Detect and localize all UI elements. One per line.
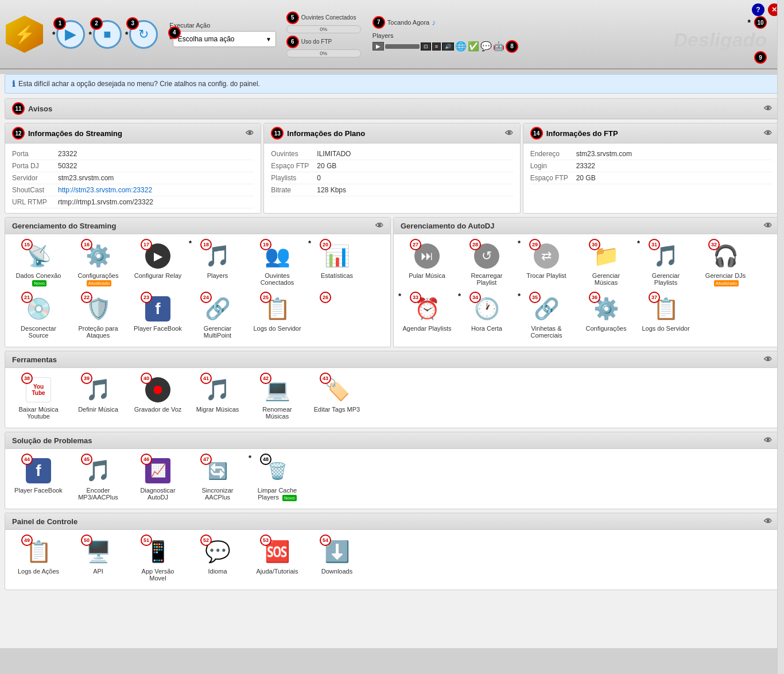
item-gerenciar-multipoint[interactable]: 24 🔗 Gerenciar MultiPoint <box>189 292 246 342</box>
item-trocar-playlist[interactable]: * 29 ⇄ Trocar Playlist <box>518 239 575 289</box>
ftp-info-eye[interactable]: 👁 <box>764 129 772 138</box>
item-definir-musica[interactable]: 39 🎵 Definir Música <box>69 373 127 423</box>
item-26-empty: 26 <box>308 292 366 342</box>
item-player-facebook-solucao[interactable]: 44 f Player FaceBook <box>10 454 67 504</box>
playlists-value: 0 <box>317 174 321 182</box>
painel-header: Painel de Controle 👁 <box>5 513 779 530</box>
url-rtmp-label: URL RTMP <box>12 198 58 206</box>
item-player-facebook-streaming[interactable]: 23 f Player FaceBook <box>129 292 187 342</box>
player-icon-android[interactable]: 🤖 <box>493 41 504 52</box>
item-logs-servidor-autodj[interactable]: 37 📋 Logs do Servidor <box>637 292 694 342</box>
player-ctrl-1[interactable]: ▶ <box>372 42 384 51</box>
item-sincronizar-aacplus[interactable]: 47 🔄 Sincronizar AACPlus <box>189 454 246 504</box>
stop-button[interactable]: 2 ■ <box>93 20 122 49</box>
solucao-grid: 44 f Player FaceBook 45 🎵 Encoder MP3/AA… <box>5 449 779 509</box>
item-dados-conexao[interactable]: 15 📡 Dados Conexão Novo <box>10 239 67 289</box>
solucao-eye[interactable]: 👁 <box>764 436 772 445</box>
streaming-info-title: Informações do Streaming <box>28 129 122 138</box>
item-migrar-musicas[interactable]: 41 🎵 Migrar Músicas <box>189 373 246 423</box>
ftp-info-col: 14 Informações do FTP 👁 Endereço stm23.s… <box>523 123 779 214</box>
plano-info-eye[interactable]: 👁 <box>505 129 513 138</box>
autodj-mgmt-eye[interactable]: 👁 <box>764 221 772 230</box>
shoutcast-value: http://stm23.srvstm.com:23322 <box>58 186 152 194</box>
play-button[interactable]: 1 ▶ <box>56 20 85 49</box>
help-icon[interactable]: ? <box>752 3 764 16</box>
badge-6: 6 <box>286 36 299 48</box>
item-estatisticas[interactable]: * 20 📊 Estatísticas <box>308 239 366 289</box>
player-ctrl-2[interactable]: ⊡ <box>421 42 431 51</box>
url-rtmp-value: rtmp://rtmp1.srvstm.com/23322 <box>58 198 153 206</box>
player-volume-bar <box>385 44 420 49</box>
item-gerenciar-djs[interactable]: 32 🎧 Gerenciar DJs Atualizado <box>697 239 754 289</box>
item-desconectar-source[interactable]: 21 💿 Desconectar Source <box>10 292 67 342</box>
streaming-info-eye[interactable]: 👁 <box>246 129 254 138</box>
scrollbar[interactable] <box>777 0 784 648</box>
item-ouvintes-conectados[interactable]: 19 👥 Ouvintes Conectados <box>249 239 306 289</box>
item-vinhetas-comerciais[interactable]: * 35 🔗 Vinhetas & Comerciais <box>518 292 575 342</box>
autodj-mgmt-title: Gerenciamento do AutoDJ <box>401 222 494 230</box>
item-downloads[interactable]: 54 ⬇️ Downloads <box>308 534 366 585</box>
star-34: * <box>458 292 461 300</box>
item-recarregar-playlist[interactable]: 28 ↺ Recarregar Playlist <box>458 239 515 289</box>
ferramentas-grid: 38 You Tube Baixar Música Youtube 39 🎵 D… <box>5 368 779 428</box>
item-editar-tags[interactable]: 43 🏷️ Editar Tags MP3 <box>308 373 366 423</box>
streaming-mgmt-title: Gerenciamento do Streaming <box>12 222 116 230</box>
item-encoder[interactable]: 45 🎵 Encoder MP3/AACPlus <box>69 454 127 504</box>
plano-info-title: Informações do Plano <box>287 129 365 138</box>
item-gerenciar-playlists[interactable]: * 31 🎵 Gerenciar Playlists <box>637 239 694 289</box>
item-logs-servidor-streaming[interactable]: 25 📋 Logs do Servidor <box>249 292 306 342</box>
player-icon-check[interactable]: ✅ <box>468 41 479 52</box>
badge-5: 5 <box>286 11 299 24</box>
avisos-section: 11 Avisos 👁 <box>5 98 779 119</box>
bitrate-label: Bitrate <box>271 186 317 194</box>
item-app-movel[interactable]: 51 📱 App Versão Movel <box>129 534 187 585</box>
info-row-servidor: Servidor stm23.srvstm.com <box>12 172 254 184</box>
player-ctrl-3[interactable]: ≡ <box>432 42 441 51</box>
badge-10: 10 <box>754 16 767 29</box>
item-hora-certa[interactable]: * 34 🕐 Hora Certa <box>458 292 515 342</box>
servidor-value: stm23.srvstm.com <box>58 174 114 182</box>
item-logs-acoes[interactable]: 49 📋 Logs de Ações <box>10 534 67 585</box>
espaco-ftp-value: 20 GB <box>317 162 336 170</box>
espaco-ftp-label-2: Espaço FTP <box>530 174 576 182</box>
action-select[interactable]: Escolha uma ação <box>173 31 276 47</box>
item-limpar-cache[interactable]: * 48 🗑️ Limpar Cache Players Novo <box>249 454 306 504</box>
item-agendar-playlists[interactable]: * 33 ⏰ Agendar Playlists <box>398 292 456 342</box>
avisos-eye-icon[interactable]: 👁 <box>764 104 772 113</box>
ferramentas-eye[interactable]: 👁 <box>764 355 772 364</box>
refresh-button[interactable]: 3 ↻ <box>129 20 158 49</box>
streaming-mgmt-eye[interactable]: 👁 <box>375 221 383 230</box>
item-baixar-youtube[interactable]: 38 You Tube Baixar Música Youtube <box>10 373 67 423</box>
item-pular-musica[interactable]: 27 ⏭ Pular Música <box>398 239 456 289</box>
plano-info-body: Ouvintes ILIMITADO Espaço FTP 20 GB Play… <box>264 144 519 201</box>
player-icon-bubble[interactable]: 💬 <box>480 41 492 52</box>
item-configuracoes-streaming[interactable]: 16 ⚙️ Configurações Atualizado <box>69 239 127 289</box>
item-gravador-voz[interactable]: 40 ⏺ Gravador de Voz <box>129 373 187 423</box>
item-protecao-ataques[interactable]: 22 🛡️ Proteção para Ataques <box>69 292 127 342</box>
item-diagnosticar-autodj[interactable]: 46 📈 Diagnosticar AutoDJ <box>129 454 187 504</box>
item-gerenciar-musicas[interactable]: 30 📁 Gerenciar Músicas <box>577 239 635 289</box>
info-text: Esta difícil achar a opção desejada no m… <box>18 80 260 88</box>
player-ctrl-4[interactable]: 🔊 <box>442 42 454 51</box>
item-renomear-musicas[interactable]: 42 💻 Renomear Músicas <box>249 373 306 423</box>
player-icon-globe[interactable]: 🌐 <box>455 41 467 52</box>
autodj-mgmt-grid: 27 ⏭ Pular Música 28 ↺ Recarregar Playli… <box>394 234 779 347</box>
item-idioma[interactable]: 52 💬 Idioma <box>189 534 246 585</box>
badge-14: 14 <box>530 127 543 140</box>
item-configurar-relay[interactable]: 17 ▶ Configurar Relay <box>129 239 187 289</box>
badge-9: 9 <box>754 51 767 64</box>
ouvintes-label: Ouvintes Conectados <box>301 14 356 21</box>
item-ajuda-tutoriais[interactable]: 53 🆘 Ajuda/Tutoriais <box>249 534 306 585</box>
item-api[interactable]: 50 🖥️ API <box>69 534 127 585</box>
plano-info-col: 13 Informações do Plano 👁 Ouvintes ILIMI… <box>263 123 520 214</box>
autodj-mgmt-header: Gerenciamento do AutoDJ 👁 <box>394 218 779 234</box>
info-row-espaco-ftp-2: Espaço FTP 20 GB <box>530 172 772 184</box>
star-48: * <box>249 454 251 462</box>
badge-2: 2 <box>90 17 103 30</box>
item-players[interactable]: * 18 🎵 Players <box>189 239 246 289</box>
painel-eye[interactable]: 👁 <box>764 517 772 526</box>
action-select-wrapper: Escolha uma ação ▼ <box>173 31 276 47</box>
autodj-mgmt-col: Gerenciamento do AutoDJ 👁 27 ⏭ Pular Mús… <box>393 217 779 347</box>
item-configuracoes-autodj[interactable]: 36 ⚙️ Configurações <box>577 292 635 342</box>
solucao-title: Solução de Problemas <box>12 436 92 445</box>
